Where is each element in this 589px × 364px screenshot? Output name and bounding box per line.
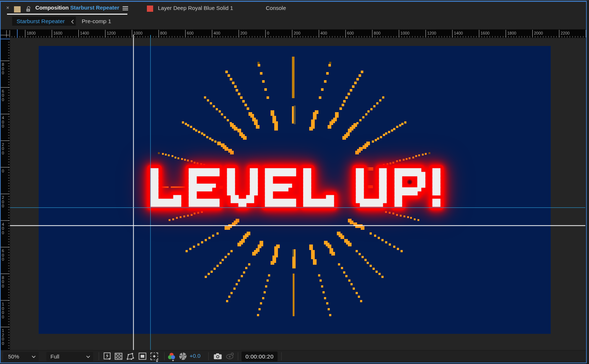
svg-text:1200: 1200	[107, 31, 116, 35]
svg-text:1800: 1800	[27, 31, 35, 35]
svg-text:0: 0	[2, 93, 4, 97]
svg-text:2: 2	[2, 195, 4, 200]
svg-text:1: 1	[2, 302, 4, 306]
svg-text:2000: 2000	[534, 31, 543, 35]
svg-text:0: 0	[2, 226, 4, 231]
svg-text:1600: 1600	[480, 31, 489, 35]
svg-text:400: 400	[214, 31, 220, 35]
svg-text:0: 0	[2, 306, 4, 311]
svg-text:0: 0	[2, 169, 4, 173]
svg-text:0: 0	[2, 284, 4, 288]
svg-text:400: 400	[320, 31, 327, 35]
svg-text:600: 600	[347, 31, 354, 35]
svg-text:0: 0	[2, 279, 4, 284]
svg-text:1400: 1400	[80, 31, 89, 35]
svg-text:0: 0	[2, 257, 4, 261]
svg-text:1800: 1800	[507, 31, 516, 35]
svg-text:600: 600	[187, 31, 194, 35]
svg-text:0: 0	[267, 31, 269, 35]
svg-text:1000: 1000	[134, 31, 142, 35]
svg-text:800: 800	[160, 31, 167, 35]
svg-text:0: 0	[2, 67, 4, 71]
svg-text:8: 8	[2, 275, 4, 280]
svg-text:0: 0	[2, 120, 4, 124]
svg-text:0: 0	[2, 315, 4, 319]
svg-text:0: 0	[2, 151, 4, 155]
svg-text:200: 200	[294, 31, 300, 35]
svg-text:0: 0	[2, 310, 4, 315]
svg-text:2: 2	[2, 333, 4, 337]
svg-text:0: 0	[2, 124, 4, 128]
svg-text:6: 6	[2, 89, 4, 93]
svg-text:0: 0	[2, 71, 4, 75]
svg-text:0: 0	[2, 337, 4, 341]
svg-text:4: 4	[2, 115, 4, 120]
svg-text:2: 2	[2, 142, 4, 147]
svg-text:2200: 2200	[561, 31, 569, 35]
svg-text:1200: 1200	[427, 31, 436, 35]
svg-text:0: 0	[2, 97, 4, 102]
svg-text:800: 800	[374, 31, 380, 35]
svg-text:1600: 1600	[53, 31, 62, 35]
svg-text:8: 8	[2, 62, 4, 67]
svg-text:0: 0	[2, 253, 4, 257]
svg-text:0: 0	[2, 231, 4, 235]
svg-text:0: 0	[2, 200, 4, 204]
svg-text:4: 4	[2, 222, 4, 226]
svg-text:1400: 1400	[454, 31, 463, 35]
svg-text:0: 0	[2, 146, 4, 151]
svg-text:6: 6	[2, 249, 4, 253]
svg-text:1: 1	[2, 328, 4, 333]
svg-text:200: 200	[240, 31, 247, 35]
svg-text:0: 0	[2, 341, 4, 346]
svg-text:0: 0	[2, 204, 4, 208]
svg-text:1000: 1000	[401, 31, 409, 35]
